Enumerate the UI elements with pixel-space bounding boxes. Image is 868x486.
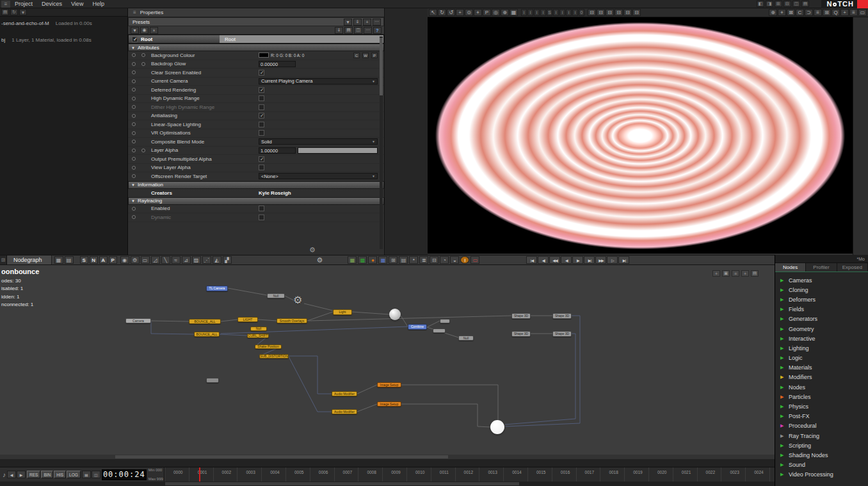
layout-rows-icon[interactable]: ▤ [801,1,809,7]
color-p-button[interactable]: P [371,53,378,58]
expand-arrow-icon[interactable]: ▶ [780,472,789,477]
snap-n-button[interactable]: N [90,256,98,264]
expand-arrow-icon[interactable]: ▶ [780,404,789,409]
props-list-icon[interactable]: ▤ [344,27,353,34]
ng-rows-3-icon[interactable]: ▤ [751,270,759,277]
ng-list-icon[interactable]: ≣ [419,256,428,264]
expand-arrow-icon[interactable]: ▶ [780,462,789,467]
ng-hatch-icon[interactable]: ▨ [192,256,201,264]
expand-arrow-icon[interactable]: ▶ [780,316,789,321]
menu-help[interactable]: Help [88,0,109,8]
root-enabled-checkbox[interactable] [132,36,138,42]
audio-speaker-icon[interactable]: ♪ [3,471,6,478]
keyframe-toggle-icon[interactable] [132,114,136,118]
rewind-button[interactable]: ◀◀ [549,256,560,264]
list-view-icon[interactable]: ≡ [849,9,858,16]
keyframe-toggle-icon[interactable] [132,140,136,143]
menu-project[interactable]: Project [10,0,37,8]
graph-node-shape-3d[interactable]: Shape 3D [552,331,572,337]
expand-arrow-icon[interactable]: ▶ [780,385,789,390]
keyframe-toggle-icon[interactable] [132,88,136,92]
keyframe-toggle-icon[interactable] [132,97,136,101]
zoom-tool-icon[interactable]: ⊕ [501,9,509,16]
graph-node[interactable] [433,328,446,333]
category-cloning[interactable]: ▶Cloning [775,285,868,295]
category-geometry[interactable]: ▶Geometry [775,324,868,334]
bin-button[interactable]: BIN [41,471,53,478]
keyframe-toggle-icon[interactable] [132,215,136,219]
information-section-header[interactable]: Information [128,181,384,189]
props-help-icon[interactable]: ? [373,27,382,34]
expand-arrow-icon[interactable]: ▶ [780,355,789,360]
checkbox-deferred-rendering[interactable] [259,87,264,93]
go-start-button[interactable]: |◀ [526,256,537,264]
checkbox-view-layer-alpha[interactable] [259,165,264,170]
ng-plus-icon[interactable]: + [741,270,749,277]
ng-info-icon[interactable]: i [460,256,469,264]
snap-s-button[interactable]: S [80,256,88,264]
pivot-tool-icon[interactable]: ⊙ [465,9,473,16]
graph-node-light[interactable]: Light [333,309,352,315]
tab-nodegraph[interactable]: Nodegraph [7,255,52,264]
view-option-5-icon[interactable]: ⊟ [623,9,632,16]
category-shading-nodes[interactable]: ▶Shading Nodes [775,450,868,460]
properties-scrollbar[interactable] [380,36,383,249]
ng-gear-icon[interactable]: ⚙ [131,256,140,264]
nodegraph-settings-gear-icon[interactable]: ⚙ [317,256,323,264]
layout-grid-icon[interactable]: ⊞ [775,1,782,7]
keyframe-toggle-icon[interactable] [132,122,136,126]
expand-arrow-icon[interactable]: ▶ [780,394,789,400]
props-more-icon[interactable]: ⋯ [364,27,372,34]
gear-node[interactable]: ⚙ [293,294,302,306]
root-node-row[interactable]: Root Root [128,35,384,44]
number-input-layer-alpha[interactable]: 1.00000 [259,147,296,154]
category-ray-tracing[interactable]: ▶Ray Tracing [775,431,868,441]
view-option-4-icon[interactable]: ⊟ [615,9,623,16]
props-download-icon[interactable]: ⇓ [335,27,343,34]
graph-node-audio-modifier[interactable]: Audio Modifier [332,409,357,414]
view-menu-icon[interactable]: ≡ [814,9,822,16]
his-button[interactable]: HIS [54,471,66,478]
graph-node-sub-distortion[interactable]: SUB_DISTORTION [259,354,289,359]
timeline-step-back-button[interactable]: ◀ [7,471,16,478]
camera-lock-icon[interactable]: ◎ [492,9,500,16]
expand-arrow-icon[interactable]: ▶ [780,288,789,293]
file-item-send-and-echo-of-m[interactable]: -send-and-echo-of-MLoaded in 0.00s [1,20,127,26]
tab-nodes[interactable]: Nodes [775,263,806,271]
grid-toggle-icon[interactable]: ▦ [510,9,518,16]
keyframe-toggle-icon[interactable] [132,157,136,161]
layout-split-right-icon[interactable]: ◨ [766,1,773,7]
ng-clock-icon[interactable]: ◔ [440,256,449,264]
graph-node-light[interactable]: LIGHT [237,317,258,322]
graph-node-combine[interactable]: Combine [408,324,427,330]
expand-arrow-icon[interactable]: ▶ [780,307,789,312]
checkbox-clear-screen-enabled[interactable] [259,70,264,76]
files-refresh-icon[interactable]: ↻ [10,9,18,15]
ng-triangle-icon[interactable]: ⊿ [182,256,191,264]
number-input-backdrop-glow[interactable]: 0.00000 [259,61,296,67]
props-copy-icon[interactable]: ◫ [354,27,362,34]
graph-node-shape-3d[interactable]: Shape 3D [552,313,572,319]
aspect-ratio-icon[interactable]: ▭ [858,9,867,16]
graph-node[interactable] [440,319,450,323]
category-scripting[interactable]: ▶Scripting [775,441,868,450]
menu-view[interactable]: View [67,0,88,8]
keyframe-toggle-icon[interactable] [141,149,145,152]
view-option-6-icon[interactable]: ⊟ [632,9,641,16]
ng-shade-icon[interactable]: ▞ [223,256,232,264]
go-end-button[interactable]: ▶| [618,256,629,264]
dropdown-current-camera[interactable]: Current Playing Camera▼ [259,78,378,85]
category-modifiers[interactable]: ▶Modifiers [775,373,868,382]
graph-node-smooth-overlays[interactable]: Smooth Overlays [277,318,307,323]
prev-key-button[interactable]: ◀| [538,256,549,264]
presets-more-icon[interactable]: ⋯ [373,19,381,26]
filter-clear-icon[interactable]: × [150,27,158,34]
tab-exposed[interactable]: Exposed [837,263,868,271]
ng-mountain-icon[interactable]: ◭ [213,256,221,264]
ng-rows-icon[interactable]: ▤ [65,256,74,264]
play-alt-button[interactable]: ▷ [607,256,618,264]
category-procedural[interactable]: ▶Procedural [775,421,868,431]
keyframe-toggle-icon[interactable] [141,62,145,66]
render-viewport[interactable] [428,17,853,254]
log-button[interactable]: LOG [67,471,81,478]
